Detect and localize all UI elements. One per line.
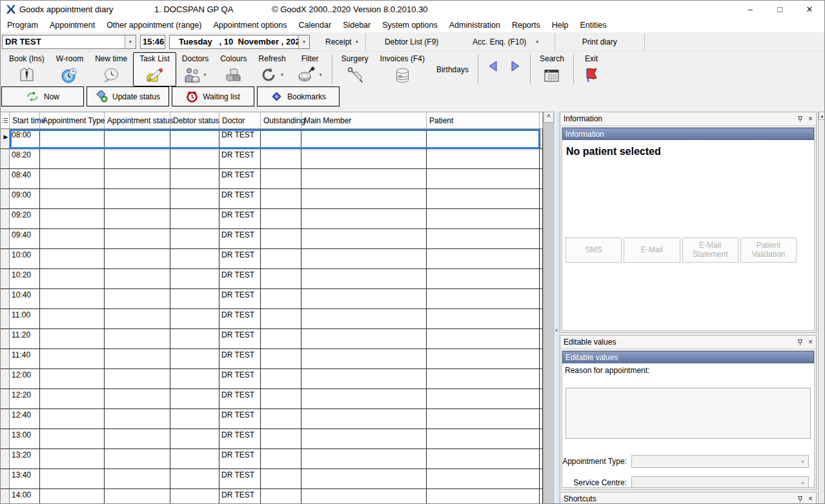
start-time-cell[interactable]: 09:00	[10, 189, 40, 208]
debtor-list-button[interactable]: Debtor List (F9)	[366, 34, 458, 50]
appointment-type-cell[interactable]	[40, 389, 105, 408]
chevron-down-icon[interactable]: ▼	[535, 40, 539, 44]
appointment-status-cell[interactable]	[105, 409, 170, 428]
doctor-cell[interactable]: DR TEST	[219, 409, 261, 428]
main-member-cell[interactable]	[301, 189, 427, 208]
toolbar-button-new-time[interactable]: New time	[89, 52, 133, 86]
appointment-status-cell[interactable]	[105, 129, 170, 148]
outstanding-cell[interactable]	[261, 489, 301, 503]
next-day-button[interactable]	[504, 52, 527, 86]
sms-button[interactable]: SMS	[565, 237, 622, 263]
start-time-cell[interactable]: 12:40	[10, 409, 40, 428]
toolbar-button-birthdays[interactable]: Birthdays	[431, 52, 474, 86]
main-member-cell[interactable]	[301, 389, 427, 408]
doctor-cell[interactable]: DR TEST	[219, 289, 261, 308]
appointment-type-cell[interactable]	[40, 209, 105, 228]
previous-day-button[interactable]	[482, 52, 504, 86]
main-member-cell[interactable]	[301, 229, 427, 248]
outstanding-cell[interactable]	[261, 389, 301, 408]
column-header-start-time[interactable]: Start time	[10, 112, 40, 128]
debtor-status-cell[interactable]	[170, 429, 219, 449]
toolbar-button-w-room[interactable]: W-room	[50, 52, 89, 86]
appointment-status-cell[interactable]	[105, 349, 170, 368]
service-centre-select[interactable]: ▼	[631, 476, 809, 488]
appointment-status-cell[interactable]	[105, 469, 170, 489]
outstanding-cell[interactable]	[261, 269, 301, 288]
toolbar-button-surgery[interactable]: Surgery	[336, 52, 374, 86]
main-member-cell[interactable]	[301, 289, 427, 308]
toolbar-button-filter[interactable]: Filter▼	[292, 52, 329, 86]
debtor-status-cell[interactable]	[170, 489, 219, 503]
current-time-field[interactable]: 15:46	[140, 35, 165, 49]
column-header-debtor-status[interactable]: Debtor status	[170, 112, 219, 128]
appointment-type-select[interactable]: ▼	[631, 455, 809, 468]
menu-administration[interactable]: Administration	[443, 21, 506, 30]
menu-system-options[interactable]: System options	[376, 21, 443, 30]
date-select[interactable]: Tuesday , 10 November , 2020 ▼	[169, 35, 310, 49]
menu-entities[interactable]: Entities	[574, 21, 612, 30]
pin-icon[interactable]	[797, 116, 803, 123]
menu-help[interactable]: Help	[546, 21, 575, 30]
debtor-status-cell[interactable]	[170, 129, 219, 148]
outstanding-cell[interactable]	[261, 329, 301, 348]
column-header-doctor[interactable]: Doctor	[219, 112, 261, 128]
waiting-list-button[interactable]: Waiting list	[172, 86, 254, 106]
doctor-cell[interactable]: DR TEST	[219, 389, 261, 408]
chevron-down-icon[interactable]: ▼	[125, 35, 136, 48]
patient-cell[interactable]	[427, 169, 540, 188]
sidebar-scrollbar[interactable]: ▲	[818, 112, 825, 503]
close-button[interactable]: ✕	[795, 1, 824, 18]
close-icon[interactable]: ×	[808, 114, 813, 123]
start-time-cell[interactable]: 08:20	[10, 149, 40, 168]
appointment-status-cell[interactable]	[105, 269, 170, 288]
debtor-status-cell[interactable]	[170, 349, 219, 368]
appointment-type-cell[interactable]	[40, 329, 105, 348]
appointment-type-cell[interactable]	[40, 429, 105, 449]
appointment-type-cell[interactable]	[40, 369, 105, 388]
debtor-status-cell[interactable]	[170, 449, 219, 469]
acc-enq-button[interactable]: Acc. Enq. (F10)▼	[458, 34, 555, 50]
doctor-cell[interactable]: DR TEST	[219, 329, 261, 348]
appointment-status-cell[interactable]	[105, 229, 170, 248]
doctor-cell[interactable]: DR TEST	[219, 449, 261, 469]
debtor-status-cell[interactable]	[170, 229, 219, 248]
appointment-status-cell[interactable]	[105, 289, 170, 308]
outstanding-cell[interactable]	[261, 309, 301, 328]
main-member-cell[interactable]	[301, 269, 427, 288]
main-member-cell[interactable]	[301, 209, 427, 228]
doctor-cell[interactable]: DR TEST	[219, 469, 261, 489]
outstanding-cell[interactable]	[261, 229, 301, 248]
debtor-status-cell[interactable]	[170, 269, 219, 288]
start-time-cell[interactable]: 13:00	[10, 429, 40, 449]
scroll-up-icon[interactable]: ^	[544, 112, 554, 123]
main-member-cell[interactable]	[301, 169, 427, 188]
start-time-cell[interactable]: 10:00	[10, 249, 40, 268]
patient-cell[interactable]	[427, 469, 540, 489]
main-member-cell[interactable]	[301, 409, 427, 428]
patient-cell[interactable]	[427, 269, 540, 288]
receipt-button[interactable]: Receipt▼	[319, 34, 365, 50]
debtor-status-cell[interactable]	[170, 389, 219, 408]
doctor-cell[interactable]: DR TEST	[219, 149, 261, 168]
patient-validation-button[interactable]: Patient Validation	[740, 237, 797, 263]
debtor-status-cell[interactable]	[170, 209, 219, 228]
update-status-button[interactable]: Update status	[87, 86, 169, 106]
start-time-cell[interactable]: 09:20	[10, 209, 40, 228]
appointment-status-cell[interactable]	[105, 209, 170, 228]
column-header-outstanding[interactable]: Outstanding	[261, 112, 301, 128]
debtor-status-cell[interactable]	[170, 309, 219, 328]
appointment-type-cell[interactable]	[40, 189, 105, 208]
appointment-type-cell[interactable]	[40, 489, 105, 503]
toolbar-button-colours[interactable]: Colours	[214, 52, 252, 86]
doctor-cell[interactable]: DR TEST	[219, 189, 261, 208]
doctor-cell[interactable]: DR TEST	[219, 369, 261, 388]
appointment-type-cell[interactable]	[40, 309, 105, 328]
chevron-down-icon[interactable]: ▼	[280, 73, 284, 77]
start-time-cell[interactable]: 10:20	[10, 269, 40, 288]
outstanding-cell[interactable]	[261, 349, 301, 368]
appointment-status-cell[interactable]	[105, 389, 170, 408]
main-member-cell[interactable]	[301, 149, 427, 168]
chevron-down-icon[interactable]: ▼	[319, 73, 323, 77]
outstanding-cell[interactable]	[261, 209, 301, 228]
outstanding-cell[interactable]	[261, 189, 301, 208]
